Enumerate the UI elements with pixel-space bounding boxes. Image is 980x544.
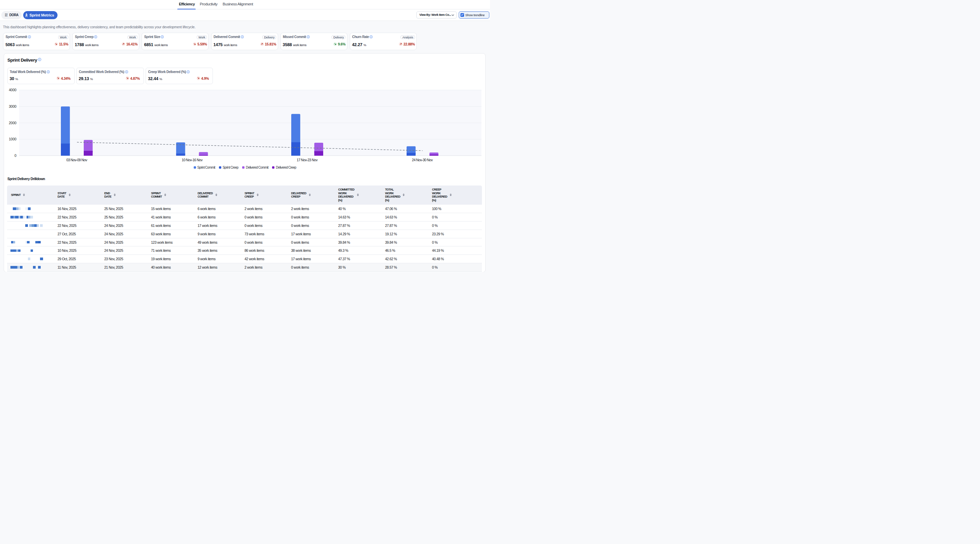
svg-text:17 Nov-23 Nov: 17 Nov-23 Nov bbox=[297, 158, 318, 162]
svg-text:03 Nov-09 Nov: 03 Nov-09 Nov bbox=[66, 158, 88, 162]
svg-text:10 Nov-16 Nov: 10 Nov-16 Nov bbox=[181, 158, 203, 162]
svg-text:1000: 1000 bbox=[9, 137, 16, 141]
svg-text:4000: 4000 bbox=[9, 88, 16, 92]
svg-text:24 Nov-30 Nov: 24 Nov-30 Nov bbox=[412, 158, 433, 162]
svg-text:0: 0 bbox=[14, 153, 16, 158]
svg-text:3000: 3000 bbox=[9, 104, 16, 108]
svg-text:2000: 2000 bbox=[9, 121, 16, 125]
